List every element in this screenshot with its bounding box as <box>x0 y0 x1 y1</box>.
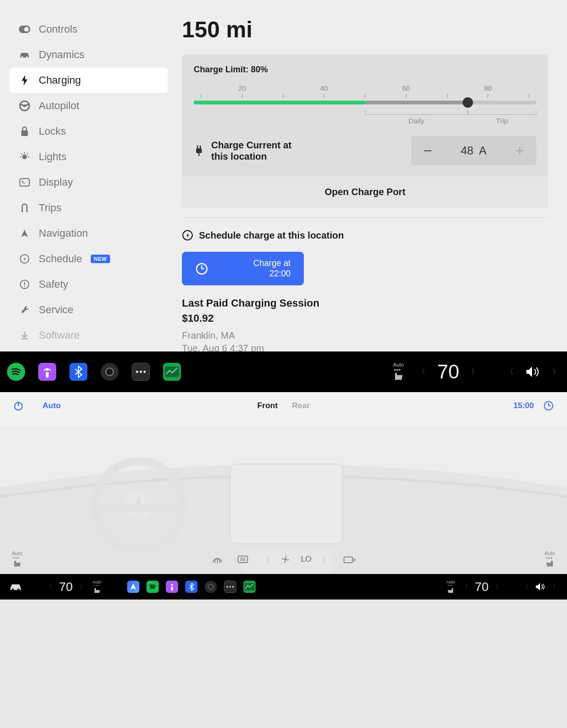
svg-point-54 <box>171 584 173 586</box>
vol-up-small[interactable]: 〉 <box>553 583 558 591</box>
car-button[interactable] <box>9 582 23 591</box>
charge-limit-slider[interactable]: 20 40 60 80 <box>194 84 536 124</box>
podcast-app-icon-small[interactable] <box>166 581 178 593</box>
charge-at-time: 22:00 <box>253 269 291 279</box>
sidebar-label: Service <box>39 304 73 316</box>
svg-point-35 <box>144 371 146 373</box>
sidebar-label: Dynamics <box>39 49 85 61</box>
dashcam-app-icon-small[interactable] <box>205 581 217 593</box>
current-minus-button[interactable]: − <box>411 136 444 165</box>
svg-point-49 <box>284 558 286 561</box>
seat-heater-br[interactable]: Auto <box>447 580 455 594</box>
seat-heater-fl[interactable]: Auto <box>12 550 23 568</box>
fan-up-button[interactable]: 〉 <box>322 555 329 565</box>
trip-label: Trip <box>496 117 508 125</box>
temp-left-down[interactable]: 〈 <box>46 583 52 591</box>
svg-line-13 <box>21 154 22 154</box>
sidebar-label: Software <box>39 329 80 342</box>
podcast-app-icon[interactable] <box>38 363 56 381</box>
temp-down-button[interactable]: 〈 <box>418 367 425 377</box>
clock-icon[interactable] <box>543 401 554 411</box>
last-session-title: Last Paid Charging Session <box>182 297 548 309</box>
temp-up-button[interactable]: 〉 <box>471 367 479 377</box>
defrost-front-button[interactable] <box>211 554 223 565</box>
temp-right-up[interactable]: 〉 <box>496 583 501 591</box>
svg-rect-43 <box>231 464 343 544</box>
svg-point-1 <box>24 27 29 32</box>
svg-point-57 <box>232 586 234 587</box>
volume-control: 〈 〉 <box>506 366 560 378</box>
vol-up-button[interactable]: 〉 <box>552 367 560 377</box>
svg-point-9 <box>22 154 27 159</box>
sidebar-item-lights[interactable]: Lights <box>9 144 168 170</box>
volume-icon[interactable] <box>525 366 541 378</box>
sidebar-item-locks[interactable]: Locks <box>9 119 168 144</box>
sidebar-item-autopilot[interactable]: Autopilot <box>9 93 168 119</box>
rear-tab[interactable]: Rear <box>292 401 310 411</box>
clock-bolt-icon <box>182 230 193 241</box>
current-value: 48 A <box>444 144 503 157</box>
defrost-rear-button[interactable] <box>237 554 249 565</box>
temp-left-value: 70 <box>59 580 73 594</box>
dashcam-app-icon[interactable] <box>101 363 119 381</box>
charge-at-button[interactable]: Charge at 22:00 <box>182 252 304 285</box>
seat-heater-bl[interactable]: Auto <box>93 580 102 594</box>
toggle-icon <box>19 24 30 35</box>
more-apps-icon[interactable] <box>132 363 150 381</box>
climate-auto-button[interactable]: Auto <box>43 401 61 411</box>
sidebar-item-navigation[interactable]: Navigation <box>9 221 168 246</box>
volume-icon-small[interactable] <box>535 582 546 591</box>
bluetooth-app-icon[interactable] <box>69 363 87 381</box>
slider-knob[interactable] <box>463 97 473 108</box>
more-apps-icon-small[interactable] <box>224 581 236 593</box>
energy-app-icon-small[interactable] <box>243 581 256 593</box>
airflow-button[interactable] <box>343 555 356 564</box>
lock-icon <box>19 126 30 137</box>
last-session-price: $10.92 <box>182 312 548 325</box>
svg-line-16 <box>22 181 25 184</box>
charge-at-label: Charge at <box>253 258 291 269</box>
wrench-icon <box>19 304 30 316</box>
bluetooth-app-icon-small[interactable] <box>185 581 198 593</box>
charge-current-label: Charge Current at this location <box>211 139 296 162</box>
seat-heater-left[interactable]: Auto <box>392 362 404 382</box>
spotify-app-icon[interactable] <box>7 363 25 381</box>
vol-down-small[interactable]: 〈 <box>523 583 528 591</box>
vol-down-button[interactable]: 〈 <box>506 367 514 377</box>
svg-point-56 <box>230 586 231 587</box>
climate-schedule-time[interactable]: 15:00 <box>514 401 534 411</box>
svg-point-17 <box>21 210 23 212</box>
fan-down-button[interactable]: 〈 <box>262 555 270 565</box>
nav-app-icon[interactable] <box>127 581 139 593</box>
seat-heater-fr[interactable]: Auto <box>544 550 555 568</box>
svg-point-55 <box>227 586 228 587</box>
temp-left-up[interactable]: 〉 <box>80 583 86 591</box>
alert-icon <box>19 279 30 290</box>
open-charge-port-button[interactable]: Open Charge Port <box>182 176 548 208</box>
svg-point-51 <box>12 589 14 591</box>
spotify-app-icon-small[interactable] <box>146 581 159 593</box>
sidebar-item-service[interactable]: Service <box>9 297 168 323</box>
trips-icon <box>19 202 30 214</box>
svg-point-3 <box>26 56 28 58</box>
sidebar-label: Locks <box>39 125 66 137</box>
sidebar-label: Autopilot <box>39 100 79 112</box>
sidebar-item-software[interactable]: Software <box>9 323 168 348</box>
sidebar-item-schedule[interactable]: Schedule NEW <box>9 246 168 272</box>
daily-label: Daily <box>409 117 424 125</box>
temp-right-down[interactable]: 〈 <box>462 583 468 591</box>
front-tab[interactable]: Front <box>257 401 277 411</box>
climate-power-button[interactable] <box>13 401 24 411</box>
sidebar-item-trips[interactable]: Trips <box>9 195 168 221</box>
sidebar-item-display[interactable]: Display <box>9 170 168 195</box>
download-icon <box>19 330 30 341</box>
sidebar-item-dynamics[interactable]: Dynamics <box>9 42 168 68</box>
sidebar-item-charging[interactable]: Charging <box>9 68 168 93</box>
sidebar-item-safety[interactable]: Safety <box>9 272 168 297</box>
current-plus-button[interactable]: + <box>503 136 536 165</box>
sidebar-label: Trips <box>39 202 61 214</box>
sidebar-item-controls[interactable]: Controls <box>9 17 168 42</box>
energy-app-icon[interactable] <box>163 363 181 381</box>
steering-wheel-icon <box>19 100 30 111</box>
current-stepper: − 48 A + <box>411 136 536 165</box>
